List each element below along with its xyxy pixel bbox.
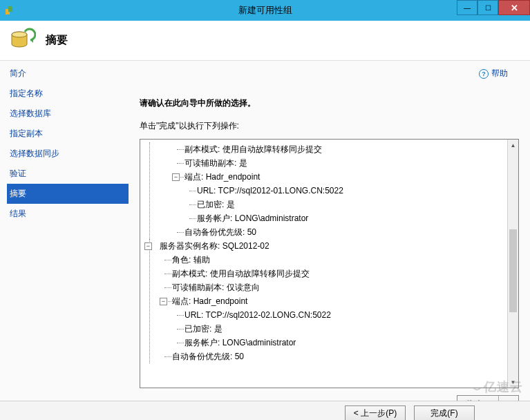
collapse-icon[interactable]: − bbox=[160, 298, 167, 305]
database-icon bbox=[10, 28, 36, 54]
page-header: 摘要 bbox=[0, 21, 530, 61]
page-title: 摘要 bbox=[46, 33, 68, 48]
tree-server-instance-2: 服务器实例名称: SQL2012-02 bbox=[160, 241, 269, 251]
wizard-nav: 简介 指定名称 选择数据库 指定副本 选择数据同步 验证 摘要 结果 bbox=[0, 61, 131, 420]
nav-summary[interactable]: 摘要 bbox=[7, 184, 129, 204]
tree-role-2: 角色: 辅助 bbox=[160, 253, 503, 267]
main-panel: ? 帮助 请确认在此向导中所做的选择。 单击"完成"以执行下列操作: 副本模式:… bbox=[131, 61, 530, 420]
svg-rect-1 bbox=[8, 6, 12, 12]
maximize-button[interactable]: ☐ bbox=[477, 0, 498, 15]
tree-url-1: URL: TCP://sql2012-01.LONG.CN:5022 bbox=[184, 184, 503, 198]
nav-specify-replica[interactable]: 指定副本 bbox=[7, 124, 131, 144]
nav-select-database[interactable]: 选择数据库 bbox=[7, 104, 131, 124]
window-controls: — ☐ ✕ bbox=[457, 0, 530, 15]
title-bar: 新建可用性组 — ☐ ✕ bbox=[0, 0, 530, 21]
tree-endpoint-2[interactable]: − 端点: Hadr_endpoint URL: TCP://sql2012-0… bbox=[160, 294, 503, 350]
tree-service-account-1: 服务帐户: LONG\administrator bbox=[184, 211, 503, 225]
help-bar: ? 帮助 bbox=[140, 64, 519, 79]
nav-results[interactable]: 结果 bbox=[7, 204, 131, 224]
scroll-down-arrow[interactable]: ▼ bbox=[508, 376, 518, 388]
tree-readable-secondary-2: 可读辅助副本: 仅读意向 bbox=[160, 280, 503, 294]
tree-replica-mode-2: 副本模式: 使用自动故障转移同步提交 bbox=[160, 267, 503, 280]
instruction-heading: 请确认在此向导中所做的选择。 bbox=[140, 97, 519, 109]
instruction-text: 单击"完成"以执行下列操作: bbox=[140, 120, 519, 132]
svg-point-3 bbox=[12, 32, 27, 37]
collapse-icon[interactable]: − bbox=[172, 173, 180, 181]
summary-tree: 副本模式: 使用自动故障转移同步提交 可读辅助副本: 是 − 端点: Hadr_… bbox=[140, 139, 519, 388]
svg-marker-4 bbox=[30, 37, 33, 43]
help-icon: ? bbox=[479, 69, 489, 79]
scroll-up-arrow[interactable]: ▲ bbox=[508, 140, 518, 151]
wizard-footer: < 上一步(P) 完成(F) bbox=[0, 401, 530, 420]
vertical-scrollbar[interactable]: ▲ ▼ bbox=[507, 140, 518, 388]
minimize-button[interactable]: — bbox=[457, 0, 477, 15]
window-title: 新建可用性组 bbox=[238, 4, 292, 17]
tree-url-2: URL: TCP://sql2012-02.LONG.CN:5022 bbox=[172, 308, 503, 322]
tree-readable-secondary-1: 可读辅助副本: 是 bbox=[172, 156, 503, 170]
scroll-thumb[interactable] bbox=[509, 229, 517, 312]
tree-service-account-2: 服务帐户: LONG\administrator bbox=[172, 336, 503, 350]
finish-button[interactable]: 完成(F) bbox=[414, 405, 475, 420]
tree-encrypted-1: 已加密: 是 bbox=[184, 198, 503, 211]
nav-validation[interactable]: 验证 bbox=[7, 164, 131, 184]
nav-intro[interactable]: 简介 bbox=[7, 64, 131, 84]
previous-button[interactable]: < 上一步(P) bbox=[345, 405, 406, 420]
nav-data-sync[interactable]: 选择数据同步 bbox=[7, 144, 131, 164]
help-link[interactable]: 帮助 bbox=[491, 68, 508, 79]
collapse-icon[interactable]: − bbox=[144, 242, 152, 250]
tree-backup-priority-1: 自动备份优先级: 50 bbox=[172, 225, 503, 239]
app-icon bbox=[4, 5, 15, 16]
tree-encrypted-2: 已加密: 是 bbox=[172, 322, 503, 336]
close-button[interactable]: ✕ bbox=[498, 0, 530, 15]
nav-specify-name[interactable]: 指定名称 bbox=[7, 84, 131, 104]
tree-endpoint-1[interactable]: − 端点: Hadr_endpoint URL: TCP://sql2012-0… bbox=[172, 170, 503, 225]
tree-backup-priority-2: 自动备份优先级: 50 bbox=[160, 350, 503, 363]
tree-replica-mode-1: 副本模式: 使用自动故障转移同步提交 bbox=[172, 142, 503, 156]
